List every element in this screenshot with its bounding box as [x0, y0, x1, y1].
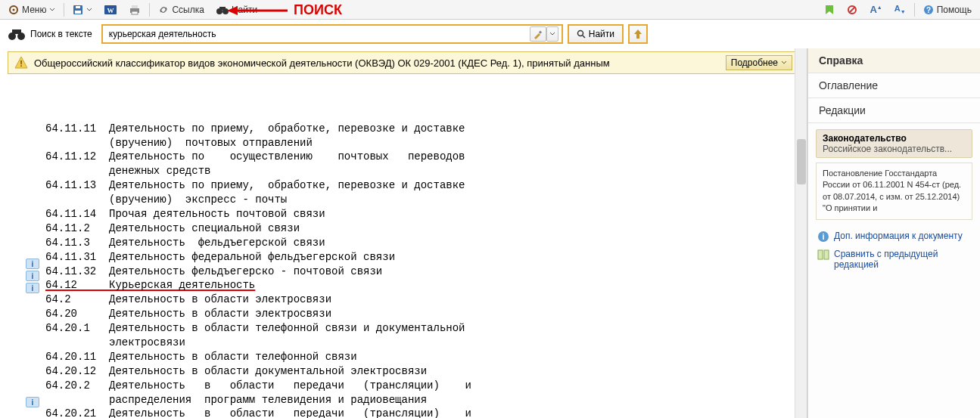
tool-b-button[interactable]	[842, 2, 863, 17]
search-binoculars-icon	[8, 26, 26, 42]
right-link[interactable]: iДоп. информация к документу	[816, 228, 972, 246]
brush-icon	[533, 29, 543, 39]
warning-more-label: Подробнее	[731, 57, 778, 68]
svg-line-25	[583, 36, 585, 38]
right-tabs: СправкаОглавлениеРедакции	[808, 48, 980, 123]
menu-button[interactable]: Меню	[3, 2, 61, 17]
magnifier-icon	[577, 29, 586, 39]
doc-line: 64.20.12 Деятельность в области документ…	[45, 364, 792, 379]
toolbar-right: A▲ A▼ ? Помощь	[819, 2, 977, 17]
export-word-button[interactable]: W	[99, 2, 122, 17]
help-button[interactable]: ? Помощь	[918, 2, 977, 17]
printer-icon	[129, 5, 141, 15]
doc-line: 64.11.32 Деятельность фельдъегерско - по…	[45, 265, 792, 279]
doc-line: 64.20.11 Деятельность в области телефонн…	[45, 350, 792, 364]
info-badge[interactable]: i	[26, 397, 39, 407]
help-label: Помощь	[937, 5, 972, 15]
find-button-label: Найти	[589, 29, 614, 39]
bookmark-icon	[824, 5, 835, 15]
search-options-button[interactable]	[530, 26, 546, 42]
right-tab[interactable]: Редакции	[808, 98, 980, 123]
doc-line: (вручению) экспресс - почты	[45, 193, 792, 207]
main-area: ! Общероссийский классификатор видов эко…	[0, 48, 980, 418]
right-doc-ref[interactable]: Постановление Госстандарта России от 06.…	[816, 163, 972, 220]
svg-rect-22	[12, 29, 21, 34]
svg-point-24	[577, 31, 583, 36]
right-link[interactable]: Сравнить с предыдущей редакцией	[816, 246, 972, 273]
info-badge[interactable]: i	[26, 283, 39, 293]
svg-rect-23	[539, 31, 542, 34]
right-link-label: Доп. информация к документу	[834, 231, 963, 241]
doc-line: денежных средств	[45, 164, 792, 178]
svg-rect-3	[75, 11, 81, 14]
svg-text:!: !	[20, 59, 23, 68]
doc-line: электросвязи	[45, 336, 792, 350]
search-up-button[interactable]	[628, 24, 648, 44]
search-label: Поиск в тексте	[30, 29, 92, 39]
right-panel-header-sub: Российское законодательств...	[823, 144, 966, 154]
chevron-down-icon	[49, 7, 55, 13]
disable-icon	[847, 5, 857, 15]
doc-line: 64.11.13 Деятельность по приему, обработ…	[45, 178, 792, 193]
gear-icon	[8, 5, 19, 15]
warning-text: Общероссийский классификатор видов эконо…	[34, 57, 720, 69]
right-tab[interactable]: Оглавление	[808, 73, 980, 98]
scrollbar-thumb[interactable]	[797, 139, 806, 184]
right-panel-header: Законодательство Российское законодатель…	[816, 129, 972, 158]
link-icon	[158, 5, 169, 15]
vertical-scrollbar[interactable]	[795, 48, 807, 418]
doc-line: 64.11.14 Прочая деятельность почтовой св…	[45, 207, 792, 221]
warning-more-button[interactable]: Подробнее	[726, 55, 792, 70]
tool-a-button[interactable]	[819, 2, 840, 17]
doc-line: 64.20.21 Деятельность в области передачи…	[45, 407, 792, 418]
svg-line-15	[849, 7, 855, 13]
svg-rect-9	[132, 11, 138, 14]
chevron-down-icon	[86, 7, 92, 13]
search-box	[101, 24, 563, 44]
doc-line: 64.20.2 Деятельность в области передачи …	[45, 379, 792, 393]
doc-line: 64.2 Деятельность в области электросвязи	[45, 293, 792, 307]
link-label: Ссылка	[172, 5, 204, 15]
font-increase-button[interactable]: A▲	[864, 2, 887, 17]
arrow-up-icon	[633, 29, 642, 39]
search-row: Поиск в тексте Найти	[0, 20, 980, 48]
save-button[interactable]	[67, 2, 98, 17]
svg-rect-8	[132, 5, 138, 8]
menu-label: Меню	[22, 5, 46, 15]
doc-line: (вручению) почтовых отправлений	[45, 136, 792, 150]
doc-line: 64.12 Курьерская деятельность	[45, 278, 792, 293]
chevron-down-icon	[781, 60, 787, 66]
info-badge[interactable]: i	[26, 259, 39, 269]
svg-point-1	[13, 8, 15, 11]
search-dropdown-button[interactable]	[546, 26, 558, 42]
right-links: iДоп. информация к документуСравнить с п…	[816, 228, 972, 273]
word-icon: W	[104, 5, 117, 15]
find-button[interactable]: Найти	[568, 24, 624, 44]
main-toolbar: Меню W Ссылка Найти A▲ A▼ ? Помощь	[0, 0, 980, 20]
svg-rect-4	[76, 6, 80, 8]
document-body[interactable]: 64.11.11 Деятельность по приему, обработ…	[0, 76, 807, 418]
svg-text:i: i	[822, 232, 824, 241]
doc-line: 64.20.1 Деятельность в области телефонно…	[45, 321, 792, 336]
font-decrease-button[interactable]: A▼	[889, 2, 911, 17]
svg-rect-30	[818, 250, 823, 259]
svg-text:W: W	[107, 7, 114, 14]
info-badge[interactable]: i	[26, 271, 39, 281]
print-button[interactable]	[123, 2, 146, 17]
question-icon: ?	[923, 5, 934, 15]
info-icon: i	[817, 231, 829, 243]
doc-line: 64.11.3 Деятельность фельдъегерской связ…	[45, 236, 792, 250]
doc-line: распределения программ телевидения и рад…	[45, 393, 792, 407]
right-column: СправкаОглавлениеРедакции Законодательст…	[807, 48, 980, 418]
right-tab[interactable]: Справка	[808, 48, 980, 73]
warning-icon: !	[14, 56, 28, 70]
font-small-icon: A▼	[894, 4, 906, 14]
content-column: ! Общероссийский классификатор видов эко…	[0, 48, 807, 418]
find-global-button[interactable]: Найти	[211, 2, 263, 17]
link-button[interactable]: Ссылка	[153, 2, 209, 17]
binoculars-icon	[216, 5, 229, 15]
find-label: Найти	[232, 5, 257, 15]
doc-line: 64.11.12 Деятельность по осуществлению п…	[45, 150, 792, 164]
search-input[interactable]	[106, 29, 530, 39]
compare-icon	[817, 249, 829, 261]
